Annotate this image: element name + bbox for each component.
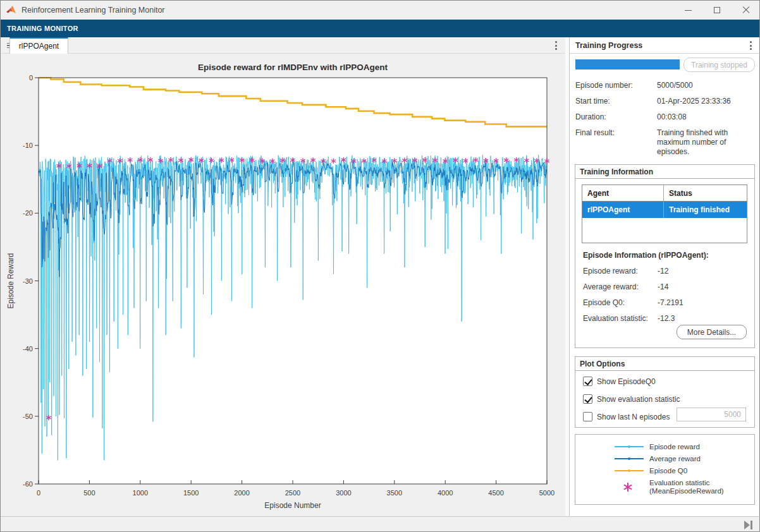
toolstrip-tab-training-monitor[interactable]: TRAINING MONITOR <box>7 25 78 32</box>
training-information-title: Training Information <box>575 165 754 179</box>
status-column-header[interactable]: Status <box>664 185 747 201</box>
more-details-label: More Details... <box>687 328 736 337</box>
status-cell: Training finished <box>664 202 747 218</box>
agent-status-table: Agent Status rlPPOAgent Training finishe… <box>582 184 747 243</box>
progress-fill <box>575 59 680 70</box>
duration-value: 00:03:08 <box>657 112 756 122</box>
toolstrip: TRAINING MONITOR <box>1 20 760 37</box>
svg-text:Episode Number: Episode Number <box>264 501 321 510</box>
start-time-label: Start time: <box>575 97 657 106</box>
svg-text:0: 0 <box>29 74 33 82</box>
chart-legend-box: Episode reward Average reward Episode Q0 <box>575 434 755 505</box>
svg-text:3000: 3000 <box>336 489 351 497</box>
training-figure-area: 0500100015002000250030003500400045005000… <box>1 54 565 516</box>
final-result-label: Final result: <box>575 128 657 157</box>
svg-text:Episode Reward: Episode Reward <box>6 253 15 308</box>
legend-item-evaluation-statistic: Evaluation statistic (MeanEpisodeReward) <box>575 476 754 498</box>
episode-number-row: Episode number: 5000/5000 <box>575 81 756 90</box>
legend-episode-q0-label: Episode Q0 <box>649 467 687 475</box>
svg-text:4500: 4500 <box>488 489 503 497</box>
episode-q0-value: -7.2191 <box>658 298 683 307</box>
final-result-value: Training finished with maximum number of… <box>657 128 756 157</box>
minimize-icon <box>685 10 692 11</box>
tab-label: rlPPOAgent <box>19 42 59 51</box>
more-details-button[interactable]: More Details... <box>677 325 747 339</box>
svg-text:-20: -20 <box>23 209 33 217</box>
episode-q0-label: Episode Q0: <box>583 298 658 307</box>
close-icon <box>742 6 750 14</box>
bottom-status-bar <box>1 516 760 532</box>
rl-training-monitor-window: { "window": { "title": "Reinforcement Le… <box>0 0 760 532</box>
svg-text:1500: 1500 <box>183 489 199 497</box>
plot-options-section: Plot Options Show EpisodeQ0 Show evaluat… <box>575 356 755 428</box>
training-information-section: Training Information Agent Status rlPPOA… <box>575 164 755 348</box>
episode-reward-row: Episode reward: -12 <box>583 267 747 275</box>
legend-item-episode-q0: Episode Q0 <box>575 464 754 476</box>
agent-column-header[interactable]: Agent <box>582 185 664 201</box>
tab-rlppoagent[interactable]: rlPPOAgent <box>9 37 68 54</box>
start-time-value: 01-Apr-2025 23:33:36 <box>657 97 756 106</box>
evaluation-statistic-value: -12.3 <box>658 314 675 323</box>
episode-reward-line-sample <box>615 442 644 452</box>
svg-text:4000: 4000 <box>438 489 453 497</box>
legend-item-episode-reward: Episode reward <box>575 440 754 452</box>
plot-options-title: Plot Options <box>575 357 754 371</box>
document-tab-strip: rlPPOAgent <box>1 37 569 54</box>
tab-options-kebab-icon[interactable] <box>551 40 560 51</box>
last-n-episodes-input[interactable] <box>677 408 746 421</box>
maximize-button[interactable] <box>702 1 732 20</box>
duration-label: Duration: <box>575 112 657 122</box>
svg-text:-10: -10 <box>23 142 33 149</box>
evaluation-statistic-row: Evaluation statistic: -12.3 <box>583 314 747 323</box>
training-stopped-label: Training stopped <box>691 61 747 70</box>
window-controls <box>673 1 760 20</box>
show-evaluation-statistic-checkbox[interactable] <box>583 394 592 404</box>
window-title: Reinforcement Learning Training Monitor <box>21 6 165 15</box>
svg-text:2500: 2500 <box>285 489 300 497</box>
average-reward-line-sample <box>615 454 644 464</box>
episode-q0-line-sample <box>615 466 644 476</box>
minimize-button[interactable] <box>673 1 702 20</box>
show-last-n-episodes-option: Show last N episodes <box>583 412 670 421</box>
duration-row: Duration: 00:03:08 <box>575 112 756 122</box>
episode-q0-row: Episode Q0: -7.2191 <box>583 298 747 307</box>
episode-reward-label: Episode reward: <box>583 267 658 275</box>
title-bar: Reinforcement Learning Training Monitor <box>1 1 760 20</box>
svg-text:1000: 1000 <box>133 489 148 497</box>
legend-episode-reward-label: Episode reward <box>649 443 700 450</box>
training-progress-bar <box>575 59 680 70</box>
final-result-row: Final result: Training finished with max… <box>575 128 756 157</box>
svg-text:500: 500 <box>83 489 95 497</box>
start-time-row: Start time: 01-Apr-2025 23:33:36 <box>575 97 756 106</box>
show-last-n-episodes-checkbox[interactable] <box>583 412 592 421</box>
training-progress-panel: Training Progress Training stopped Episo… <box>570 37 760 516</box>
average-reward-row: Average reward: -14 <box>583 282 747 291</box>
table-header-row: Agent Status <box>582 185 747 202</box>
training-progress-kebab-icon[interactable] <box>746 40 755 51</box>
svg-text:0: 0 <box>37 489 40 497</box>
close-button[interactable] <box>732 1 760 20</box>
show-episodeq0-checkbox[interactable] <box>583 377 592 386</box>
svg-text:5000: 5000 <box>539 489 555 497</box>
legend-average-reward-label: Average reward <box>649 455 701 462</box>
agent-cell: rlPPOAgent <box>582 202 664 218</box>
maximize-icon <box>714 7 720 13</box>
episode-number-value: 5000/5000 <box>657 81 756 90</box>
average-reward-value: -14 <box>658 282 668 291</box>
matlab-logo-icon <box>6 5 17 15</box>
episode-information-title: Episode Information (rlPPOAgent): <box>583 251 709 260</box>
table-row[interactable]: rlPPOAgent Training finished <box>582 202 747 218</box>
evaluation-statistic-label: Evaluation statistic: <box>583 314 658 323</box>
episode-reward-chart[interactable]: 0500100015002000250030003500400045005000… <box>4 56 563 515</box>
svg-text:-30: -30 <box>23 277 33 285</box>
episode-number-label: Episode number: <box>575 81 657 90</box>
training-stopped-button[interactable]: Training stopped <box>683 57 755 72</box>
training-progress-header: Training Progress <box>570 37 760 54</box>
skip-to-end-icon[interactable] <box>744 520 756 530</box>
svg-text:3500: 3500 <box>387 489 402 497</box>
show-episodeq0-option: Show EpisodeQ0 <box>583 377 656 386</box>
legend-evaluation-statistic-label: Evaluation statistic (MeanEpisodeReward) <box>649 479 724 495</box>
svg-text:-50: -50 <box>23 413 33 420</box>
training-progress-body: Training stopped Episode number: 5000/50… <box>570 54 760 516</box>
show-evaluation-statistic-option: Show evaluation statistic <box>583 394 680 404</box>
